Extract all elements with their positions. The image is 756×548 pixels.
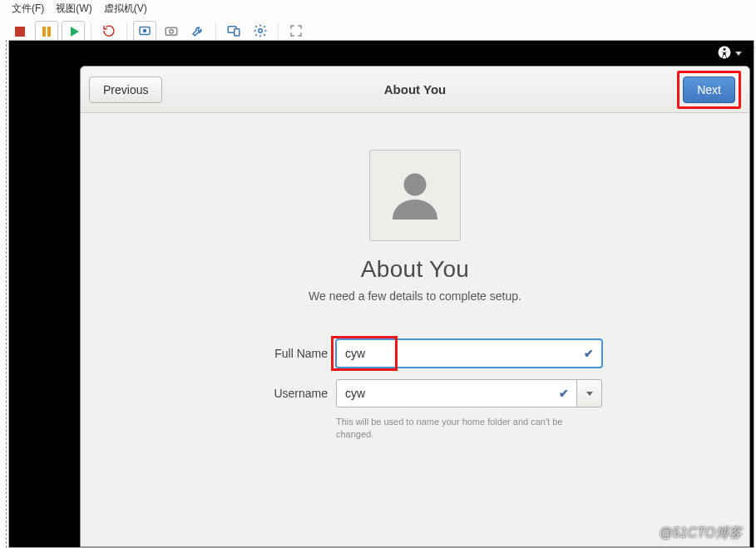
svg-point-1 xyxy=(143,28,147,32)
fullname-input[interactable] xyxy=(336,339,602,368)
username-hint: This will be used to name your home fold… xyxy=(336,416,602,441)
fullname-field-wrap: ✔ xyxy=(336,339,602,368)
accessibility-icon xyxy=(717,45,732,62)
user-form: Full Name ✔ Username ✔ This will xyxy=(228,339,602,441)
svg-rect-5 xyxy=(235,28,240,35)
check-icon: ✔ xyxy=(584,347,594,360)
fullscreen-icon xyxy=(289,23,304,41)
gear-icon xyxy=(253,23,268,41)
play-icon xyxy=(71,27,79,37)
accessibility-menu-button[interactable] xyxy=(717,45,742,62)
username-field-wrap: ✔ xyxy=(336,379,602,407)
refresh-icon xyxy=(101,23,116,41)
svg-point-9 xyxy=(404,173,427,195)
host-menu-bar: 文件(F) 视图(W) 虚拟机(V) xyxy=(0,0,756,19)
setup-dialog-window: Previous About You Next About You We nee… xyxy=(80,66,750,547)
username-label: Username xyxy=(228,387,328,400)
chevron-down-icon xyxy=(586,392,593,396)
svg-point-6 xyxy=(259,28,263,32)
next-button[interactable]: Next xyxy=(683,77,735,103)
left-margin-strip xyxy=(0,40,7,548)
vm-display-frame: Previous About You Next About You We nee… xyxy=(8,40,754,548)
camera-icon xyxy=(164,23,179,41)
menu-view[interactable]: 视图(W) xyxy=(56,2,91,16)
dialog-header-title: About You xyxy=(81,82,749,96)
svg-point-8 xyxy=(724,47,726,50)
devices-icon xyxy=(226,23,241,41)
toolbar-separator xyxy=(215,22,216,41)
pause-icon xyxy=(42,27,51,37)
previous-button[interactable]: Previous xyxy=(89,77,162,103)
svg-point-3 xyxy=(170,29,174,33)
dialog-header: Previous About You Next xyxy=(81,67,749,113)
avatar-placeholder[interactable] xyxy=(369,150,461,241)
toolbar-separator xyxy=(91,22,91,41)
wrench-icon xyxy=(190,23,205,41)
chevron-down-icon xyxy=(735,52,742,56)
svg-rect-2 xyxy=(166,27,177,35)
menu-file[interactable]: 文件(F) xyxy=(12,2,44,16)
dialog-body: About You We need a few details to compl… xyxy=(81,113,749,546)
stop-icon xyxy=(15,27,25,37)
snapshot-icon xyxy=(137,23,152,41)
fullname-label: Full Name xyxy=(228,347,328,360)
check-icon: ✔ xyxy=(559,387,569,400)
toolbar-separator xyxy=(126,22,127,41)
username-dropdown-button[interactable] xyxy=(577,379,602,407)
page-subheading: We need a few details to complete setup. xyxy=(309,289,521,303)
menu-vm[interactable]: 虚拟机(V) xyxy=(104,2,147,16)
page-heading: About You xyxy=(361,256,469,283)
person-icon xyxy=(385,165,445,227)
toolbar-separator xyxy=(278,22,279,41)
username-input[interactable] xyxy=(336,379,577,407)
next-button-highlight: Next xyxy=(677,71,741,109)
guest-top-panel xyxy=(9,41,754,66)
